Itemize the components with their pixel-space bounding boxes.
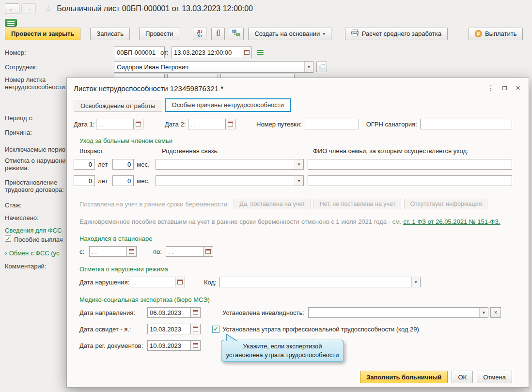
- disability-input[interactable]: [309, 308, 479, 317]
- calendar-button[interactable]: [242, 47, 252, 58]
- window-title: Больничный лист 00БП-000001 от 13.03.202…: [57, 4, 253, 13]
- relation-input-2[interactable]: [156, 176, 295, 186]
- calendar-icon: [244, 50, 250, 55]
- employee-input[interactable]: [114, 62, 304, 72]
- write-button[interactable]: Записать: [90, 28, 130, 40]
- relation-dropdown-button[interactable]: ▾: [295, 159, 303, 169]
- violation-code-dropdown-button[interactable]: ▾: [411, 277, 420, 287]
- calendar-icon: [193, 327, 198, 331]
- hospital-from-calendar-button[interactable]: [127, 246, 137, 257]
- close-icon[interactable]: ×: [511, 82, 525, 94]
- maximize-icon[interactable]: [498, 82, 511, 94]
- violation-code-select: ▾: [219, 277, 421, 287]
- post-button[interactable]: Провести: [139, 28, 180, 40]
- years-suffix: лет: [98, 161, 108, 168]
- fill-sick-leave-button[interactable]: Заполнить больничный: [360, 371, 448, 383]
- related-documents-icon: [232, 30, 240, 38]
- ogrn-input[interactable]: [420, 119, 512, 129]
- family-member-input[interactable]: [308, 159, 512, 170]
- disability-dropdown-button[interactable]: ▾: [479, 308, 488, 317]
- years-input[interactable]: [74, 159, 95, 170]
- relation-input[interactable]: [156, 159, 295, 169]
- employee-dropdown-button[interactable]: ▾: [304, 62, 313, 72]
- hospital-to-label: по:: [153, 248, 162, 255]
- pregnancy-yes-button[interactable]: Да, поставлена на учет: [234, 199, 311, 209]
- care-section-header: Уход за больным членом семьи: [79, 137, 522, 144]
- date2-input[interactable]: [188, 119, 226, 129]
- forward-button[interactable]: →: [21, 3, 36, 14]
- create-on-basis-button[interactable]: Создать на основании ▾: [248, 28, 331, 40]
- avg-earnings-button[interactable]: Расчет среднего заработка: [345, 28, 448, 40]
- tooltip-line-2: установлена утрата трудоспособности: [226, 351, 339, 360]
- mse-exam-field: [147, 324, 201, 334]
- cancel-button[interactable]: Отмена: [477, 371, 512, 383]
- tab-special-reasons[interactable]: Особые причины нетрудоспособности: [165, 98, 291, 112]
- fill-icon[interactable]: [257, 49, 264, 56]
- document-date-input[interactable]: [172, 47, 242, 58]
- disability-clear-button[interactable]: ×: [490, 307, 501, 318]
- favorite-star-icon[interactable]: ☆: [45, 4, 52, 14]
- chevron-right-icon: ›: [5, 249, 7, 257]
- loss-of-ability-checkbox[interactable]: ✓: [212, 326, 219, 333]
- mse-direction-calendar-button[interactable]: [191, 307, 201, 318]
- date1-calendar-button[interactable]: [134, 119, 143, 129]
- paperclip-icon: [215, 29, 221, 38]
- calendar-icon: [205, 249, 211, 254]
- pregnancy-no-button[interactable]: Нет, не поставлена на учет: [313, 199, 401, 209]
- mse-exam-calendar-button[interactable]: [191, 324, 201, 334]
- pregnancy-note: Единовременное пособие вставшим на учет …: [79, 218, 522, 225]
- law-link[interactable]: ст. 1 ФЗ от 26.05.2021 № 151-ФЗ.: [403, 218, 501, 225]
- pay-button[interactable]: ₽ Выплатить: [469, 28, 523, 40]
- attachments-button[interactable]: [211, 28, 225, 40]
- employee-field: ▾: [114, 61, 313, 73]
- sick-number-label: Номер листка: [5, 76, 46, 83]
- date1-input[interactable]: [96, 119, 134, 129]
- employee-open-button[interactable]: [316, 62, 327, 72]
- more-icon[interactable]: ⋮: [484, 82, 498, 94]
- mse-exam-input[interactable]: [147, 324, 191, 334]
- hospital-to-input[interactable]: [166, 246, 203, 257]
- hospital-to-field: [166, 246, 213, 257]
- years-input-2[interactable]: [74, 175, 95, 186]
- tooltip-line-1: Укажите, если экспертизой: [243, 342, 322, 351]
- violation-code-input[interactable]: [220, 277, 411, 287]
- hospital-from-input[interactable]: [89, 246, 127, 257]
- date-from-label: от:: [160, 49, 169, 56]
- number-input[interactable]: [114, 47, 165, 58]
- dialog-footer: Заполнить больничный ОК Отмена: [360, 371, 512, 383]
- hospital-to-calendar-button[interactable]: [203, 246, 213, 257]
- service-menu-icon[interactable]: [5, 19, 17, 27]
- calendar-icon: [129, 249, 134, 254]
- fss-exchange-link[interactable]: ›Обмен с ФСС (ус: [5, 249, 59, 257]
- voucher-input[interactable]: [305, 119, 359, 129]
- pregnancy-note-text: Единовременное пособие вставшим на учет …: [79, 218, 402, 225]
- violation-code-label: Код:: [204, 279, 217, 286]
- mse-docs-label: Дата рег. документов:: [79, 342, 147, 349]
- violation-calendar-button[interactable]: [175, 277, 185, 287]
- caret-down-icon: ▾: [483, 310, 485, 315]
- mse-direction-input[interactable]: [147, 307, 191, 318]
- violation-date-input[interactable]: [129, 277, 175, 287]
- calendar-icon: [193, 310, 198, 315]
- related-documents-button[interactable]: [229, 28, 244, 40]
- pregnancy-label: Поставлена на учет в ранние сроки береме…: [79, 201, 229, 208]
- tab-release-from-work[interactable]: Освобождение от работы: [74, 100, 162, 112]
- months-input[interactable]: [112, 159, 134, 170]
- dialog-content: Дата 1: Дата 2: Номер путевки: ОГРН сана…: [67, 112, 529, 351]
- post-and-close-button[interactable]: Провести и закрыть: [5, 28, 80, 40]
- voucher-label: Номер путевки:: [256, 121, 302, 128]
- mse-docs-input[interactable]: [147, 340, 191, 351]
- dtkt-button[interactable]: ДтКт: [193, 28, 206, 40]
- pregnancy-unknown-button[interactable]: Отсутствует информация: [404, 199, 487, 209]
- mse-exam-row: Дата освидет - я.: ✓ Установлена утрата …: [79, 324, 522, 334]
- mse-docs-field: [147, 340, 201, 351]
- benefit-paid-checkbox[interactable]: ✓: [5, 235, 11, 242]
- relation-dropdown-button-2[interactable]: ▾: [295, 176, 303, 186]
- date2-calendar-button[interactable]: [226, 119, 235, 129]
- back-button[interactable]: ←: [5, 3, 19, 14]
- family-member-input-2[interactable]: [308, 175, 512, 186]
- mse-docs-calendar-button[interactable]: [191, 340, 201, 351]
- ok-button[interactable]: ОК: [452, 371, 473, 383]
- months-input-2[interactable]: [112, 175, 134, 186]
- dialog-titlebar: Листок нетрудоспособности 123459876321 *…: [67, 78, 529, 98]
